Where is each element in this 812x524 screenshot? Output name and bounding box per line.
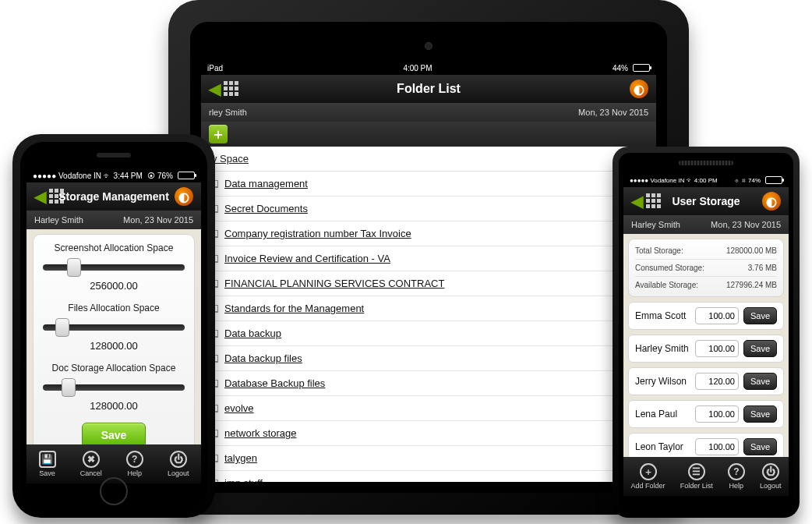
folder-link[interactable]: talygen — [224, 452, 257, 464]
tab-logout[interactable]: ⏻Logout — [168, 451, 189, 477]
folder-row[interactable]: Data backup files — [201, 346, 656, 371]
save-button[interactable]: Save — [743, 405, 777, 423]
tab-help[interactable]: ?Help — [126, 451, 143, 477]
info-label: Consumed Storage: — [635, 264, 704, 272]
allocation-input[interactable] — [695, 307, 739, 324]
logout-icon: ⏻ — [170, 451, 187, 468]
save-button[interactable]: Save — [743, 340, 777, 357]
home-button[interactable] — [100, 477, 128, 505]
folder-row[interactable]: Company registration number Tax Invoice — [201, 221, 656, 246]
allocation-input[interactable] — [695, 340, 739, 357]
folder-row[interactable]: FINANCIAL PLANNING SERVICES CONTRACT — [201, 271, 656, 296]
allocation-input[interactable] — [695, 438, 739, 455]
folder-link[interactable]: Secret Documents — [224, 203, 308, 214]
save-button[interactable]: Save — [743, 307, 777, 324]
folder-link[interactable]: Standards for the Management — [224, 303, 364, 314]
folder-row[interactable]: evolve — [201, 396, 656, 421]
allocation-label: Doc Storage Allocation Space — [40, 363, 188, 374]
folder-row[interactable]: Secret Documents — [201, 196, 656, 221]
user-name-cell: Harley Smith — [635, 343, 690, 354]
tab-add-folder[interactable]: ＋Add Folder — [631, 463, 665, 490]
tab-folder-list[interactable]: ☰Folder List — [680, 463, 713, 490]
storage-info-card: Total Storage:128000.00 MBConsumed Stora… — [628, 239, 784, 297]
folder-link[interactable]: network storage — [224, 427, 297, 439]
android-frame: ●●●●● Vodafone IN ᯤ 4:00 PM ⟐ ⨳ 74% ◀ Us… — [613, 147, 800, 518]
page-title: Storage Management — [26, 190, 201, 203]
tab-label: Help — [729, 482, 744, 490]
tab-save[interactable]: 💾Save — [39, 451, 56, 477]
save-button[interactable]: Save — [82, 423, 147, 444]
allocation-value: 256000.00 — [40, 280, 188, 292]
space-title[interactable]: y Space — [201, 147, 656, 172]
status-left: ●●●●● Vodafone IN ᯤ 4:00 PM — [630, 177, 718, 184]
android-speaker — [679, 161, 733, 165]
status-battery-pct: 44% — [613, 64, 628, 73]
tab-label: Cancel — [80, 469, 102, 477]
info-value: 128000.00 MB — [726, 246, 777, 255]
iphone-speaker — [97, 153, 131, 158]
folder-row[interactable]: Data backup — [201, 321, 656, 346]
iphone-frame: ●●●●● Vodafone IN ᯤ 3:44 PM ⦿ 76% ◀ Stor… — [12, 134, 215, 518]
tab-cancel[interactable]: ✖Cancel — [80, 451, 102, 477]
folder-row[interactable]: Data management — [201, 172, 656, 196]
cancel-icon: ✖ — [83, 451, 100, 468]
folder-row[interactable]: Standards for the Management — [201, 296, 656, 321]
folder-link[interactable]: evolve — [224, 402, 254, 414]
info-value: 127996.24 MB — [726, 281, 777, 289]
allocation-label: Screenshot Allocation Space — [40, 243, 188, 253]
allocation-input[interactable] — [695, 373, 739, 390]
allocation-label: Files Allocation Space — [40, 303, 188, 313]
battery-icon — [633, 64, 650, 72]
info-label: Available Storage: — [635, 281, 698, 289]
battery-icon — [178, 172, 195, 179]
user-name: Harley Smith — [631, 220, 680, 229]
iphone-app-header: ◀ Storage Management ◐ — [26, 182, 201, 211]
allocation-value: 128000.00 — [40, 400, 188, 412]
folder-row[interactable]: Database Backup files — [201, 371, 656, 396]
tab-help[interactable]: ?Help — [728, 463, 745, 490]
android-app-header: ◀ User Storage ◐ — [623, 187, 789, 215]
folder-link[interactable]: Data backup files — [224, 352, 302, 364]
ipad-app-header: ◀ Folder List ◐ — [201, 75, 656, 103]
folder-row[interactable]: network storage — [201, 421, 656, 446]
tab-label: Add Folder — [631, 482, 665, 490]
ipad-camera — [425, 42, 432, 50]
status-left: ●●●●● Vodafone IN ᯤ 3:44 PM — [33, 172, 143, 180]
ipad-toolbar: ＋ — [201, 122, 656, 147]
folder-link[interactable]: Company registration number Tax Invoice — [224, 228, 411, 239]
date-label: Mon, 23 Nov 2015 — [578, 108, 648, 117]
status-right: ⦿ 76% — [147, 172, 173, 180]
save-button[interactable]: Save — [743, 373, 777, 390]
user-row: Jerry WilsonSave — [628, 367, 784, 395]
page-title: User Storage — [623, 195, 789, 207]
folder-link[interactable]: Database Backup files — [224, 377, 325, 389]
save-button[interactable]: Save — [743, 438, 777, 455]
allocation-slider[interactable] — [43, 260, 185, 275]
allocation-slider[interactable] — [43, 380, 185, 395]
add-folder-icon: ＋ — [640, 463, 657, 480]
folder-list: Data managementSecret DocumentsCompany r… — [201, 172, 656, 482]
folder-row[interactable]: Invoice Review and Certification - VA — [201, 246, 656, 271]
folder-row[interactable]: imp stuff — [201, 471, 656, 482]
folder-link[interactable]: Invoice Review and Certification - VA — [224, 253, 390, 264]
folder-link[interactable]: imp stuff — [224, 477, 263, 482]
user-row: Emma ScottSave — [628, 302, 784, 330]
ipad-frame: iPad 4:00 PM 44% ◀ Folder List ◐ rley Sm… — [168, 0, 689, 515]
tab-label: Folder List — [680, 482, 713, 490]
date-label: Mon, 23 Nov 2015 — [711, 220, 781, 229]
allocation-slider[interactable] — [43, 320, 185, 335]
date-label: Mon, 23 Nov 2015 — [123, 215, 193, 225]
allocation-input[interactable] — [695, 405, 739, 423]
folder-row[interactable]: talygen — [201, 446, 656, 471]
folder-link[interactable]: Data management — [224, 178, 308, 189]
folder-link[interactable]: Data backup — [224, 328, 281, 339]
folder-link[interactable]: FINANCIAL PLANNING SERVICES CONTRACT — [224, 278, 444, 289]
help-icon: ? — [126, 451, 143, 468]
save-icon: 💾 — [39, 451, 56, 468]
storage-info-row: Available Storage:127996.24 MB — [635, 277, 777, 293]
add-folder-button[interactable]: ＋ — [209, 125, 228, 143]
storage-info-row: Consumed Storage:3.76 MB — [635, 260, 777, 277]
tab-logout[interactable]: ⏻Logout — [760, 463, 782, 490]
user-name-cell: Lena Paul — [635, 409, 690, 420]
tab-label: Logout — [760, 482, 782, 490]
